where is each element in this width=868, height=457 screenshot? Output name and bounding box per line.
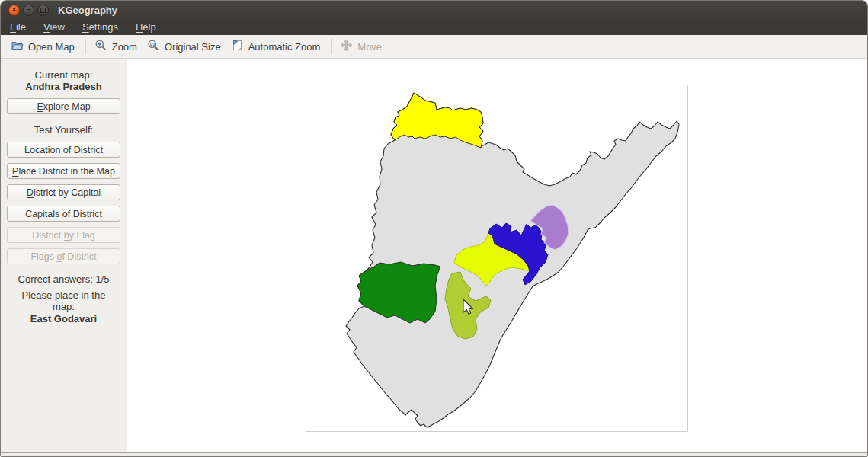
- menu-file[interactable]: File: [8, 21, 27, 34]
- menu-settings[interactable]: Settings: [81, 21, 120, 34]
- flags-of-district-button: Flags of District: [7, 248, 120, 264]
- minimize-button[interactable]: –: [23, 5, 34, 16]
- andhra-pradesh-map[interactable]: [306, 85, 687, 431]
- svg-text:1:1: 1:1: [149, 42, 155, 46]
- menu-help[interactable]: Help: [134, 21, 158, 34]
- open-map-button[interactable]: Open Map: [7, 37, 78, 56]
- current-map-label: Current map:: [7, 69, 120, 81]
- window-bottom-edge: [1, 452, 867, 456]
- move-icon: [340, 39, 353, 54]
- zoom-in-icon: [94, 39, 107, 54]
- zoom-label: Zoom: [112, 41, 137, 53]
- toolbar-separator: [85, 39, 86, 54]
- location-of-district-button[interactable]: Location of District: [7, 142, 120, 158]
- zoom-fit-icon: [231, 39, 244, 54]
- place-district-button[interactable]: Place District in the Map: [7, 163, 120, 179]
- open-map-icon: [11, 39, 24, 54]
- window-title: KGeography: [58, 5, 117, 16]
- toolbar: Open Map Zoom 1:1 Original Size: [1, 35, 867, 59]
- move-label: Move: [357, 41, 382, 53]
- automatic-zoom-label: Automatic Zoom: [248, 41, 321, 53]
- prompt-district-name: East Godavari: [7, 313, 120, 324]
- original-size-label: Original Size: [165, 41, 221, 53]
- menu-view[interactable]: View: [42, 21, 66, 34]
- explore-map-button[interactable]: Explore Map: [7, 98, 120, 114]
- district-by-capital-button[interactable]: District by Capital: [7, 184, 120, 200]
- menubar: File View Settings Help: [1, 19, 867, 35]
- close-button[interactable]: ✕: [8, 5, 20, 16]
- maximize-button[interactable]: [37, 5, 49, 16]
- test-yourself-label: Test Yourself:: [7, 124, 120, 136]
- map-canvas[interactable]: [306, 85, 688, 432]
- zoom-original-icon: 1:1: [147, 39, 160, 54]
- toolbar-separator: [331, 39, 332, 54]
- open-map-label: Open Map: [28, 41, 75, 53]
- automatic-zoom-button[interactable]: Automatic Zoom: [227, 37, 325, 56]
- sidebar: Current map: Andhra Pradesh Explore Map …: [1, 59, 127, 452]
- prompt-label: Please place in the map:: [7, 289, 120, 312]
- correct-answers-label: Correct answers: 1/5: [7, 273, 120, 285]
- current-map-name: Andhra Pradesh: [7, 81, 120, 92]
- content-area: Current map: Andhra Pradesh Explore Map …: [1, 59, 867, 452]
- move-button: Move: [336, 37, 386, 56]
- original-size-button[interactable]: 1:1 Original Size: [143, 37, 225, 56]
- district-by-flag-button: District by Flag: [7, 227, 120, 243]
- kgeography-window: ✕ – KGeography File View Settings Help O…: [0, 0, 868, 457]
- capitals-of-district-button[interactable]: Capitals of District: [7, 206, 120, 222]
- titlebar: ✕ – KGeography: [1, 1, 867, 19]
- zoom-button[interactable]: Zoom: [91, 37, 141, 56]
- map-view: [127, 59, 867, 452]
